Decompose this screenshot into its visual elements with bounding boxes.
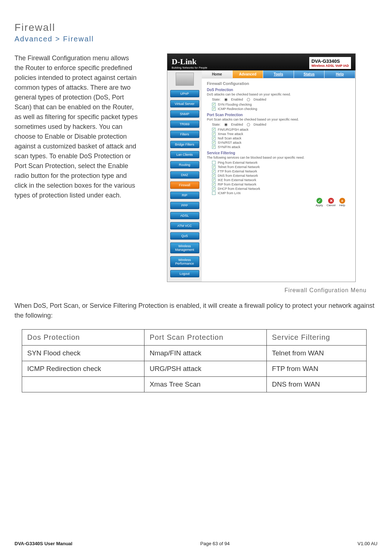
table-header: Dos Protection	[22, 330, 144, 346]
tab-home[interactable]: Home	[202, 70, 233, 78]
tab-help[interactable]: Help	[324, 70, 355, 78]
table-cell: Nmap/FIN attack	[144, 346, 267, 361]
sidebar-item-wireless-performance[interactable]: Wireless Performance	[170, 256, 199, 267]
checkbox-label: Telnet from External Network	[218, 165, 260, 169]
sidebar-item-wireless-management[interactable]: Wireless Management	[170, 242, 199, 253]
apply-icon: ✓	[317, 198, 322, 204]
table-cell	[22, 377, 144, 392]
router-ui-screenshot: D-Link Building Networks for People DVA-…	[167, 53, 356, 282]
table-cell: DNS from WAN	[267, 377, 367, 392]
help-icon: +	[339, 198, 345, 204]
ps-enabled-label: Enabled	[231, 123, 243, 126]
tab-tools[interactable]: Tools	[263, 70, 294, 78]
table-cell: URG/PSH attack	[144, 361, 267, 377]
dos-state-label: State:	[212, 98, 221, 101]
checkbox-label: SYN/FIN attack	[218, 145, 240, 149]
sidebar-item-filters[interactable]: Filters	[170, 131, 199, 138]
apply-button[interactable]: ✓Apply	[316, 198, 323, 207]
sidebar-item-logout[interactable]: Logout	[170, 270, 199, 277]
dos-title: DoS Protection	[207, 88, 350, 92]
checkbox[interactable]	[212, 178, 216, 182]
firewall-config-title: Firewall Configuration	[207, 81, 350, 86]
checkbox[interactable]	[212, 174, 216, 177]
sidebar-item-atm-vcc[interactable]: ATM VCC	[170, 222, 199, 229]
sidebar-item-routing[interactable]: Routing	[170, 161, 199, 168]
tab-status[interactable]: Status	[294, 70, 325, 78]
service-title: Service Filtering	[207, 151, 350, 155]
checkbox-label: FTP from External Network	[218, 170, 257, 173]
ps-disabled-label: Disabled	[254, 123, 266, 126]
portscan-desc: Port Scan attacks can be checked based o…	[207, 118, 350, 121]
dos-disabled-label: Disabled	[254, 98, 266, 101]
dos-disabled-radio[interactable]	[247, 98, 250, 101]
table-header: Port Scan Protection	[144, 330, 267, 346]
sidebar-item-snmp[interactable]: SNMP	[170, 110, 199, 118]
footer-left: DVA-G3340S User Manual	[15, 541, 72, 546]
table-header: Service Filtering	[267, 330, 367, 346]
table-cell: ICMP Redirection check	[22, 361, 144, 377]
sidebar-item-lan-clients[interactable]: Lan Clients	[170, 151, 199, 158]
checkbox[interactable]	[212, 161, 216, 164]
checkbox[interactable]	[212, 141, 216, 144]
brand-logo: D-Link	[172, 57, 196, 66]
checkbox[interactable]	[212, 187, 216, 191]
page-footer: DVA-G3340S User Manual Page 63 of 94 V1.…	[15, 541, 377, 546]
checkbox[interactable]	[212, 107, 216, 111]
checkbox[interactable]	[212, 145, 216, 149]
checkbox-label: Null Scan attack	[218, 136, 241, 140]
checkbox-label: ICMP Redirection checking	[218, 107, 257, 111]
checkbox-label: ICMP from LAN	[218, 191, 241, 195]
checkbox[interactable]	[212, 191, 216, 195]
page-title: Firewall	[15, 22, 377, 33]
checkbox-label: RIP from External Network	[218, 183, 256, 186]
plug-image	[176, 73, 194, 86]
checkbox-label: IKE from External Network	[218, 178, 256, 182]
checkbox-label: Xmas Tree attack	[218, 132, 243, 136]
ps-enabled-radio[interactable]	[224, 123, 228, 126]
checkbox[interactable]	[212, 132, 216, 136]
sidebar-item-qos[interactable]: QoS	[170, 232, 199, 240]
sidebar-item-ppp[interactable]: PPP	[170, 202, 199, 209]
sidebar-item-virtual-server[interactable]: Virtual Server	[170, 100, 199, 107]
sidebar-item-dmz[interactable]: DMZ	[170, 171, 199, 179]
checkbox[interactable]	[212, 170, 216, 173]
cancel-icon: ✕	[328, 198, 334, 204]
checkbox-label: FIN/URG/PSH attack	[218, 128, 249, 131]
checkbox[interactable]	[212, 128, 216, 131]
intro-text: The Firewall Configuration menu allows t…	[15, 53, 138, 200]
sidebar: UPnPVirtual ServerSNMPTR069FiltersBridge…	[167, 70, 202, 282]
table-cell: Xmas Tree Scan	[144, 377, 267, 392]
screenshot-caption: Firewall Configuration Menu	[285, 287, 377, 294]
sidebar-item-rip[interactable]: RIP	[170, 192, 199, 199]
service-desc: The following services can be blocked ba…	[207, 156, 350, 159]
dos-enabled-label: Enabled	[231, 98, 243, 101]
dos-enabled-radio[interactable]	[224, 98, 228, 101]
footer-right: V1.00 AU	[358, 541, 377, 546]
sidebar-item-firewall[interactable]: Firewall	[170, 181, 199, 189]
model-name: DVA-G3340S	[309, 58, 342, 64]
checkbox[interactable]	[212, 103, 216, 106]
help-button[interactable]: +Help	[339, 198, 345, 207]
sidebar-item-bridge-filters[interactable]: Bridge Filters	[170, 141, 199, 148]
checkbox-label: DNS from External Network	[218, 174, 258, 177]
cancel-button[interactable]: ✕Cancel	[327, 198, 336, 207]
dos-desc: DoS attacks can be checked based on your…	[207, 93, 350, 96]
ps-disabled-radio[interactable]	[247, 123, 250, 126]
table-cell: Telnet from WAN	[267, 346, 367, 361]
checkbox[interactable]	[212, 165, 216, 169]
model-sub: Wireless ADSL VoIP IAD	[309, 64, 351, 68]
checkbox-label: SYN/RST attack	[218, 141, 241, 144]
checkbox-label: SYN Flooding checking	[218, 103, 252, 106]
ps-state-label: State:	[212, 123, 221, 126]
checkbox[interactable]	[212, 136, 216, 140]
checkbox-label: DHCP from External Network	[218, 187, 260, 191]
below-text: When DoS, Port Scan, or Service Filterin…	[15, 301, 377, 321]
checkbox[interactable]	[212, 183, 216, 186]
sidebar-item-upnp[interactable]: UPnP	[170, 90, 199, 97]
table-row: Xmas Tree ScanDNS from WAN	[22, 377, 367, 392]
sidebar-item-tr069[interactable]: TR069	[170, 121, 199, 128]
breadcrumb: Advanced > Firewall	[15, 35, 377, 43]
tab-advanced[interactable]: Advanced	[233, 70, 264, 78]
protection-table: Dos ProtectionPort Scan ProtectionServic…	[22, 329, 367, 392]
sidebar-item-adsl[interactable]: ADSL	[170, 212, 199, 219]
